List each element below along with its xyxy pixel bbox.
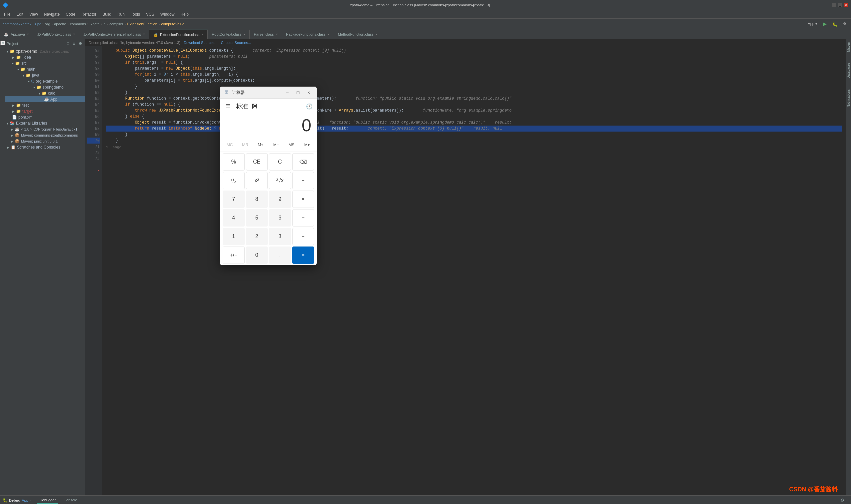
calc-sqrt-btn[interactable]: ²√x [269,172,291,189]
calc-mr-btn[interactable]: MR [238,140,252,150]
calc-mc-btn[interactable]: MC [223,140,237,150]
tab-jxpathcontext-close[interactable]: × [73,33,75,36]
sidebar-sync-btn[interactable]: ⊙ [65,41,71,47]
menu-tools[interactable]: Tools [128,11,143,18]
menu-vcs[interactable]: VCS [143,11,157,18]
calc-mminus-btn[interactable]: M− [269,140,283,150]
calc-hamburger-btn[interactable]: ☰ [224,101,232,111]
calc-negate-btn[interactable]: +/− [223,247,245,264]
tree-main[interactable]: ▾ 📁 main [5,66,85,72]
tree-calc[interactable]: ▾ 📁 calc [5,90,85,96]
tree-target[interactable]: ▶ 📁 target [5,108,85,114]
tab-jxpathcontext[interactable]: JXPathContext.class × [33,30,79,39]
database-panel-label[interactable]: Databases [846,61,851,80]
calc-2-btn[interactable]: 2 [246,228,268,245]
run-dropdown[interactable]: App ▾ [806,21,819,27]
close-btn[interactable]: × [844,3,848,7]
tree-jdk[interactable]: ▶ ☕ < 1.8 > C:\Program Files\Java\jdk1 [5,126,85,132]
menu-edit[interactable]: Edit [14,11,26,18]
panel-settings-btn[interactable]: ⚙ [840,498,844,503]
calc-mplus-btn[interactable]: M+ [254,140,268,150]
menu-help[interactable]: Help [178,11,191,18]
debugger-tab[interactable]: Debugger [37,497,58,504]
calc-close-btn[interactable]: × [305,89,313,96]
tree-idea[interactable]: ▶ 📁 .idea [5,54,85,60]
minimize-btn[interactable]: − [832,3,836,7]
calc-backspace-btn[interactable]: ⌫ [292,153,314,170]
calc-1-btn[interactable]: 1 [223,228,245,245]
tree-java[interactable]: ▾ 📁 java [5,72,85,78]
menu-file[interactable]: File [1,11,13,18]
calc-reciprocal-btn[interactable]: ¹/ₓ [223,172,245,189]
calc-percent-btn[interactable]: % [223,153,245,170]
calc-minimize-btn[interactable]: − [283,89,291,96]
run-btn[interactable]: ▶ [821,20,829,28]
tab-jxpathcontextrefimpl[interactable]: JXPathContextReferenceImpl.class × [79,30,149,39]
debug-btn-toolbar[interactable]: 🐛 [830,20,840,28]
menu-code[interactable]: Code [63,11,78,18]
tab-parser-close[interactable]: × [276,33,278,36]
calc-7-btn[interactable]: 7 [223,191,245,208]
tree-maven-junit[interactable]: ▶ 📦 Maven: junit:junit:3.8.1 [5,138,85,144]
menu-run[interactable]: Run [115,11,127,18]
calc-add-btn[interactable]: + [292,228,314,245]
calc-ms-btn[interactable]: MS [284,140,298,150]
calc-0-btn[interactable]: 0 [246,247,268,264]
calc-equals-btn[interactable]: = [292,247,314,264]
tree-test[interactable]: ▶ 📁 test [5,102,85,108]
sidebar-settings-btn[interactable]: ⚙ [77,41,84,47]
console-tab[interactable]: Console [61,497,80,504]
tree-scratches[interactable]: ▶ 📋 Scratches and Consoles [5,144,85,150]
calc-mlist-btn[interactable]: M▾ [300,140,314,150]
debug-tab-close[interactable]: × [30,498,32,502]
tab-app-java-close[interactable]: × [27,33,29,36]
tab-extensionfunction-close[interactable]: × [202,33,204,37]
menu-refactor[interactable]: Refactor [79,11,99,18]
calc-3-btn[interactable]: 3 [269,228,291,245]
tab-rootcontext[interactable]: RootContext.class × [208,30,250,39]
tab-extensionfunction[interactable]: 🔒 ExtensionFunction.class × [149,30,208,39]
calc-5-btn[interactable]: 5 [246,209,268,227]
tree-root[interactable]: ▾ 📁 xpath-demo D:/idea-project/xpath... [5,48,85,54]
tab-methodfunction[interactable]: MethodFunction.class × [334,30,382,39]
maven-panel-label[interactable]: Maven [846,41,851,53]
tab-packagefunctions-close[interactable]: × [328,33,330,36]
calc-decimal-btn[interactable]: . [269,247,291,264]
tree-src[interactable]: ▾ 📁 src [5,60,85,66]
calc-4-btn[interactable]: 4 [223,209,245,227]
tree-orgexample[interactable]: ▾ ⬡ org.example [5,78,85,84]
calc-c-btn[interactable]: C [269,153,291,170]
calc-8-btn[interactable]: 8 [246,191,268,208]
maximize-btn[interactable]: □ [838,3,842,7]
choose-sources-btn[interactable]: Choose Sources... [221,41,251,44]
tab-rootcontext-close[interactable]: × [244,33,246,36]
notifications-panel-label[interactable]: Notifications [846,88,851,109]
panel-collapse-btn[interactable]: − [846,498,848,503]
menu-build[interactable]: Build [100,11,114,18]
code-content[interactable]: public Object computeValue(EvalContext c… [102,46,846,495]
tree-app[interactable]: ☕ App [5,96,85,102]
tab-app-java[interactable]: ☕ App.java × [0,30,33,39]
calc-history-btn[interactable]: 🕐 [306,103,313,110]
calc-9-btn[interactable]: 9 [269,191,291,208]
tab-packagefunctions[interactable]: PackageFunctions.class × [282,30,334,39]
calc-divide-btn[interactable]: ÷ [292,172,314,189]
tab-jxpathcontextrefimpl-close[interactable]: × [143,33,145,36]
calc-ce-btn[interactable]: CE [246,153,268,170]
calc-subtract-btn[interactable]: − [292,209,314,227]
calc-multiply-btn[interactable]: × [292,191,314,208]
menu-window[interactable]: Window [158,11,177,18]
tree-pom[interactable]: 📄 pom.xml [5,114,85,120]
settings-btn[interactable]: ⚙ [841,21,848,27]
sidebar-collapse-btn[interactable]: ≡ [72,41,77,47]
tab-parser[interactable]: Parser.class × [250,30,282,39]
download-sources-btn[interactable]: Download Sources... [184,41,218,44]
tree-external-libs[interactable]: ▾ 📚 External Libraries [5,120,85,126]
tab-methodfunction-close[interactable]: × [376,33,378,36]
menu-view[interactable]: View [27,11,41,18]
project-icon[interactable]: P [0,41,5,45]
calc-6-btn[interactable]: 6 [269,209,291,227]
calc-maximize-btn[interactable]: □ [294,89,302,96]
calc-square-btn[interactable]: x² [246,172,268,189]
menu-navigate[interactable]: Navigate [41,11,62,18]
